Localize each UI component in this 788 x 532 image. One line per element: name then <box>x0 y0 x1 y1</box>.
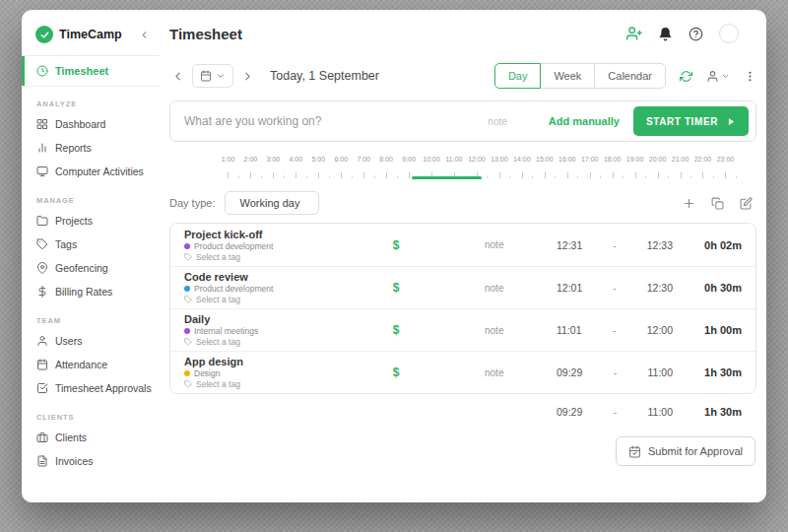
more-options-icon[interactable] <box>744 70 756 83</box>
billable-toggle[interactable]: $ <box>366 366 426 379</box>
timeline-hour-label: 5:00 <box>307 154 330 181</box>
sidebar-item-label: Tags <box>55 238 77 250</box>
copy-icon[interactable] <box>711 197 724 210</box>
sidebar-item-invoices[interactable]: Invoices <box>22 449 160 473</box>
sidebar-item-users[interactable]: Users <box>22 329 160 353</box>
invite-user-icon[interactable] <box>626 26 642 41</box>
entry-start-time[interactable]: 11:01 <box>557 324 582 336</box>
time-separator: - <box>614 366 618 378</box>
sidebar-item-label: Computer Activities <box>55 166 144 177</box>
sidebar-item-dashboard[interactable]: Dashboard <box>22 112 160 136</box>
entry-time-range: 12:01 - 12:30 <box>557 282 673 294</box>
add-manually-link[interactable]: Add manually <box>549 115 620 127</box>
time-separator: - <box>613 239 617 251</box>
brand-name: TimeCamp <box>59 28 133 41</box>
entry-title: Project kick-off <box>184 229 366 240</box>
entry-note[interactable]: note <box>426 325 557 336</box>
sidebar-item-label: Projects <box>55 215 93 227</box>
user-filter-button[interactable] <box>706 70 730 83</box>
entry-end-time[interactable]: 12:33 <box>647 239 673 251</box>
sidebar-item-timesheet-approvals[interactable]: Timesheet Approvals <box>22 376 160 400</box>
sidebar-item-attendance[interactable]: Attendance <box>22 353 160 376</box>
divider <box>22 86 160 87</box>
user-avatar[interactable] <box>719 24 739 43</box>
sidebar-item-timesheet[interactable]: Timesheet <box>22 56 160 86</box>
entry-start-time[interactable]: 12:01 <box>557 282 582 294</box>
sidebar-item-geofencing[interactable]: Geofencing <box>22 256 160 280</box>
timeline[interactable]: 1:002:003:004:005:006:007:008:009:0010:0… <box>217 154 737 181</box>
entry-info: Project kick-off Product development Sel… <box>184 229 366 262</box>
logo-row: TimeCamp <box>22 18 160 55</box>
entry-project-label: Internal meetings <box>194 326 258 336</box>
entry-end-time[interactable]: 11:00 <box>648 366 674 378</box>
view-tab-calendar[interactable]: Calendar <box>594 63 666 89</box>
sidebar-item-tags[interactable]: Tags <box>22 233 160 256</box>
date-picker-button[interactable] <box>192 64 233 88</box>
day-type-select[interactable]: Working day <box>225 191 319 215</box>
entry-note[interactable]: note <box>426 283 557 294</box>
entry-start-time[interactable]: 12:31 <box>557 239 582 251</box>
entry-tag-select[interactable]: Select a tag <box>184 337 366 347</box>
next-day-button[interactable] <box>239 68 256 85</box>
entry-duration[interactable]: 0h 02m <box>673 239 742 251</box>
timesheet-entries: Project kick-off Product development Sel… <box>169 223 756 394</box>
notifications-icon[interactable] <box>658 27 673 41</box>
sync-icon[interactable] <box>680 70 692 83</box>
sidebar-item-billing-rates[interactable]: Billing Rates <box>22 280 160 303</box>
billable-toggle[interactable]: $ <box>366 281 426 295</box>
timecamp-logo-icon <box>35 26 53 43</box>
day-type-value: Working day <box>239 197 299 209</box>
sidebar-item-label: Billing Rates <box>55 286 112 298</box>
user-icon <box>36 335 48 347</box>
entry-project-label: Product development <box>194 284 273 294</box>
sidebar-item-label: Reports <box>55 142 92 154</box>
timeline-hour-label: 21:00 <box>669 154 691 181</box>
entry-note[interactable]: note <box>426 239 557 250</box>
add-entry-icon[interactable] <box>683 197 695 210</box>
entry-tag-select[interactable]: Select a tag <box>184 252 366 262</box>
time-separator: - <box>613 324 617 336</box>
note-field[interactable]: note <box>488 116 506 127</box>
billable-toggle[interactable]: $ <box>366 238 426 252</box>
sidebar-item-label: Attendance <box>55 359 107 370</box>
clock-icon <box>36 65 48 77</box>
day-type-row: Day type: Working day <box>169 191 756 215</box>
sidebar-item-label: Invoices <box>55 455 94 467</box>
sidebar-item-computer-activities[interactable]: Computer Activities <box>22 160 160 183</box>
entry-start-time[interactable]: 09:29 <box>557 366 582 378</box>
timesheet-entry-row[interactable]: Daily Internal meetings Select a tag $ n… <box>170 308 755 351</box>
entry-duration[interactable]: 0h 30m <box>673 282 742 294</box>
tag-icon <box>184 253 192 261</box>
sidebar-item-projects[interactable]: Projects <box>22 209 160 233</box>
entry-info: Daily Internal meetings Select a tag <box>184 313 366 347</box>
tag-icon <box>36 238 48 250</box>
summary-end-time: 11:00 <box>648 406 674 418</box>
task-input[interactable] <box>184 114 488 128</box>
entry-end-time[interactable]: 12:30 <box>647 282 673 294</box>
view-tab-week[interactable]: Week <box>540 63 595 89</box>
billable-toggle[interactable]: $ <box>366 323 426 337</box>
sidebar-collapse-button[interactable] <box>139 30 150 40</box>
timesheet-entry-row[interactable]: Code review Product development Select a… <box>170 266 755 308</box>
sidebar-item-reports[interactable]: Reports <box>22 136 160 160</box>
summary-duration: 1h 30m <box>673 406 742 418</box>
sidebar-item-clients[interactable]: Clients <box>22 426 160 449</box>
timesheet-entry-row[interactable]: Project kick-off Product development Sel… <box>170 224 755 266</box>
entry-duration[interactable]: 1h 30m <box>673 366 742 378</box>
computer-icon <box>36 166 48 177</box>
edit-icon[interactable] <box>740 197 753 210</box>
tag-icon <box>184 296 192 303</box>
help-icon[interactable] <box>689 27 703 41</box>
entry-tag-select[interactable]: Select a tag <box>184 379 366 389</box>
entry-tag-select[interactable]: Select a tag <box>184 295 366 304</box>
submit-for-approval-button[interactable]: Submit for Approval <box>616 436 755 466</box>
prev-day-button[interactable] <box>169 68 186 85</box>
start-timer-button[interactable]: START TIMER <box>633 106 749 136</box>
briefcase-icon <box>36 432 48 443</box>
entry-end-time[interactable]: 12:00 <box>647 324 673 336</box>
view-tab-day[interactable]: Day <box>494 63 542 89</box>
entry-duration[interactable]: 1h 00m <box>673 324 742 336</box>
entry-note[interactable]: note <box>426 367 557 378</box>
timesheet-entry-row[interactable]: App design Design Select a tag $ note 09… <box>170 351 755 393</box>
tag-icon <box>184 380 192 388</box>
